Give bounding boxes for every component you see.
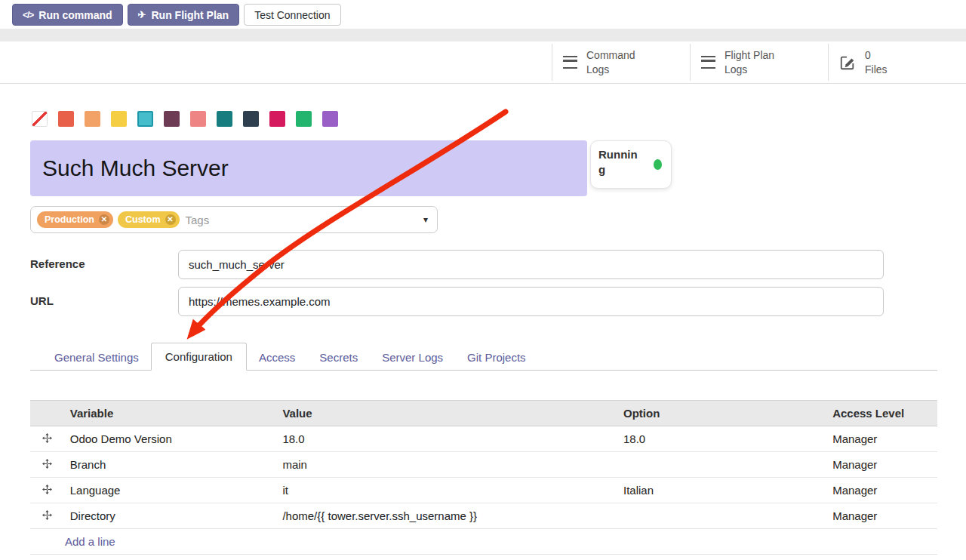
add-line-row: Add a line	[30, 529, 937, 555]
top-toolbar: </> Run command ✈ Run Flight Plan Test C…	[12, 4, 341, 26]
table-row: Language it Italian Manager	[30, 478, 937, 503]
files-button[interactable]: 0 Files	[828, 44, 966, 81]
drag-handle-icon[interactable]	[30, 452, 64, 478]
tab-server-logs[interactable]: Server Logs	[370, 345, 455, 370]
run-flight-plan-button[interactable]: ✈ Run Flight Plan	[128, 4, 240, 26]
color-swatch[interactable]	[322, 111, 338, 127]
color-swatch[interactable]	[111, 111, 127, 127]
chevron-down-icon[interactable]: ▾	[423, 214, 428, 225]
status-badge[interactable]: Running	[590, 140, 672, 189]
drag-handle-icon[interactable]	[30, 478, 64, 503]
table-header-row: Variable Value Option Access Level	[30, 401, 937, 426]
tags-placeholder: Tags	[186, 214, 210, 226]
color-swatch[interactable]	[217, 111, 232, 127]
header-bar: Command Logs Flight Plan Logs 0 Files	[0, 42, 966, 84]
cell-value[interactable]: 18.0	[276, 426, 617, 452]
cell-access-level[interactable]: Manager	[826, 452, 937, 478]
color-swatch[interactable]	[85, 111, 100, 127]
test-connection-label: Test Connection	[254, 9, 330, 21]
handle-column-header	[30, 401, 64, 426]
add-a-line-link[interactable]: Add a line	[30, 529, 937, 555]
cell-access-level[interactable]: Manager	[826, 503, 937, 529]
flight-plan-logs-label-line2: Logs	[724, 63, 774, 76]
cell-variable[interactable]: Odoo Demo Version	[64, 426, 277, 452]
tag-label: Production	[45, 214, 94, 225]
color-swatch[interactable]	[243, 111, 259, 127]
column-header-value: Value	[276, 401, 617, 426]
color-swatch-none[interactable]	[32, 111, 48, 127]
run-command-button[interactable]: </> Run command	[12, 4, 123, 26]
cell-access-level[interactable]: Manager	[826, 478, 937, 503]
column-header-option: Option	[617, 401, 826, 426]
tag-pill: Production ✕	[37, 211, 113, 228]
tag-label: Custom	[125, 214, 161, 225]
color-swatch[interactable]	[164, 111, 180, 127]
notebook-tabs: General Settings Configuration Access Se…	[30, 343, 937, 371]
color-swatch[interactable]	[269, 111, 285, 127]
url-field-row: URL https://memes.example.com	[30, 287, 884, 316]
cell-variable[interactable]: Branch	[64, 452, 277, 478]
cell-option[interactable]	[617, 452, 826, 478]
tab-configuration[interactable]: Configuration	[151, 343, 247, 371]
flight-plan-logs-button[interactable]: Flight Plan Logs	[690, 44, 828, 81]
table-row: Odoo Demo Version 18.0 18.0 Manager	[30, 426, 937, 452]
status-label: Running	[598, 147, 638, 178]
reference-field-row: Reference such_much_server	[30, 250, 884, 279]
title-row: Such Much Server Running	[30, 140, 672, 196]
stat-button-group: Command Logs Flight Plan Logs 0 Files	[552, 44, 966, 81]
menu-icon	[701, 56, 715, 69]
color-swatch[interactable]	[58, 111, 74, 127]
tab-access[interactable]: Access	[247, 345, 307, 370]
files-count: 0	[865, 48, 888, 62]
column-header-variable: Variable	[64, 401, 277, 426]
configuration-table: Variable Value Option Access Level Odoo …	[30, 400, 937, 555]
tag-pill: Custom ✕	[118, 211, 180, 228]
url-label: URL	[30, 287, 178, 316]
remove-tag-icon[interactable]: ✕	[99, 214, 109, 225]
cell-value[interactable]: /home/{{ tower.server.ssh_username }}	[276, 503, 617, 529]
server-name-input[interactable]: Such Much Server	[30, 140, 587, 196]
test-connection-button[interactable]: Test Connection	[244, 4, 340, 26]
command-logs-button[interactable]: Command Logs	[552, 44, 690, 81]
separator-strip	[0, 29, 966, 42]
cell-option[interactable]: 18.0	[617, 426, 826, 452]
color-swatch-selected[interactable]	[137, 111, 153, 127]
color-swatch[interactable]	[190, 111, 206, 127]
run-command-label: Run command	[38, 9, 112, 21]
cell-option[interactable]	[617, 503, 826, 529]
url-input[interactable]: https://memes.example.com	[178, 287, 884, 316]
server-form-page: </> Run command ✈ Run Flight Plan Test C…	[0, 0, 966, 560]
plane-icon: ✈	[138, 9, 146, 20]
color-swatch[interactable]	[296, 111, 312, 127]
tab-general-settings[interactable]: General Settings	[42, 345, 151, 370]
table-row: Directory /home/{{ tower.server.ssh_user…	[30, 503, 937, 529]
table-row: Branch main Manager	[30, 452, 937, 478]
drag-handle-icon[interactable]	[30, 426, 64, 452]
color-picker	[32, 111, 338, 127]
cell-option[interactable]: Italian	[617, 478, 826, 503]
tab-secrets[interactable]: Secrets	[307, 345, 370, 370]
run-flight-plan-label: Run Flight Plan	[152, 9, 229, 21]
command-logs-label-line1: Command	[586, 48, 635, 62]
remove-tag-icon[interactable]: ✕	[165, 214, 176, 225]
cell-access-level[interactable]: Manager	[826, 426, 937, 452]
reference-input[interactable]: such_much_server	[178, 250, 884, 279]
tags-input[interactable]: Production ✕ Custom ✕ Tags ▾	[30, 206, 438, 233]
flight-plan-logs-label-line1: Flight Plan	[724, 48, 774, 62]
column-header-access-level: Access Level	[826, 401, 937, 426]
cell-value[interactable]: main	[276, 452, 617, 478]
tab-git-projects[interactable]: Git Projects	[455, 345, 538, 370]
reference-label: Reference	[30, 250, 178, 279]
status-dot	[654, 159, 662, 170]
cell-value[interactable]: it	[276, 478, 617, 503]
files-label: Files	[865, 63, 888, 76]
command-logs-label-line2: Logs	[586, 63, 635, 76]
cell-variable[interactable]: Directory	[64, 503, 277, 529]
drag-handle-icon[interactable]	[30, 503, 64, 529]
cell-variable[interactable]: Language	[64, 478, 277, 503]
edit-pencil-icon	[839, 54, 856, 71]
menu-icon	[563, 56, 577, 69]
code-icon: </>	[23, 10, 33, 20]
